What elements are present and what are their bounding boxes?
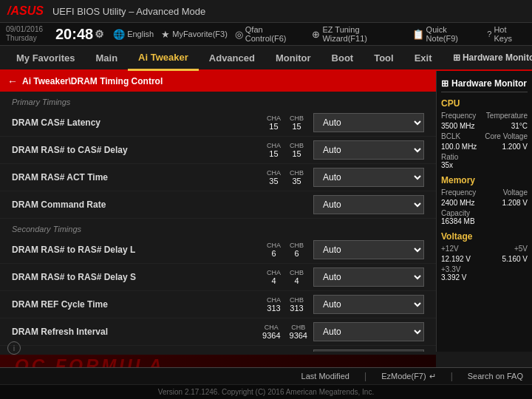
dram-ras-ras-l-row: DRAM RAS# to RAS# Delay L CHA6 CHB6 Auto xyxy=(0,236,436,264)
nav-advanced[interactable]: Advanced xyxy=(199,47,265,69)
hw-cpu-freq-val-row: 3500 MHz 31°C xyxy=(441,122,528,130)
dram-ras-ras-s-label: DRAM RAS# to RAS# Delay S xyxy=(12,272,263,282)
hw-mem-volt-value: 1.208 V xyxy=(502,199,528,207)
ez-mode-icon: ↵ xyxy=(429,372,436,381)
hw-volt-33-value: 3.392 V xyxy=(441,273,528,282)
hw-cpu-ratio-label: Ratio xyxy=(441,153,528,161)
dram-cas-latency-row: DRAM CAS# Latency CHA15 CHB15 Auto xyxy=(0,109,436,137)
dram-refresh-interval-channels: CHA9364 CHB9364 xyxy=(262,324,307,340)
hw-volt-12-row: +12V +5V xyxy=(441,245,528,253)
nav-exit[interactable]: Exit xyxy=(404,47,443,69)
dram-write-recovery-control[interactable]: Auto xyxy=(313,349,424,352)
dram-ref-cycle-channels: CHA313 CHB313 xyxy=(263,296,307,313)
note-icon: 📋 xyxy=(412,29,424,40)
header-title: UEFI BIOS Utility – Advanced Mode xyxy=(52,6,205,17)
dram-cmd-rate-label: DRAM Command Rate xyxy=(12,200,263,210)
tune-icon: ⊕ xyxy=(312,29,320,40)
toolbar: 09/01/2016 Thursday 20:48 ⚙ 🌐 English ★ … xyxy=(0,23,532,46)
dram-ras-ras-s-row: DRAM RAS# to RAS# Delay S CHA4 CHB4 Auto xyxy=(0,264,436,291)
hw-cpu-freq-label: Frequency xyxy=(441,112,476,120)
last-modified-button[interactable]: Last Modified xyxy=(301,372,349,381)
hw-volt-12-val-row: 12.192 V 5.160 V xyxy=(441,255,528,263)
hw-volt-12-label: +12V xyxy=(441,245,459,253)
dram-cas-control[interactable]: Auto xyxy=(313,113,424,132)
monitor-icon: ⊞ xyxy=(441,78,449,89)
dram-ras-cas-label: DRAM RAS# to CAS# Delay xyxy=(12,145,263,155)
back-arrow[interactable]: ← xyxy=(7,75,18,87)
hw-cpu-temp-value: 31°C xyxy=(511,122,528,130)
footer-divider-1: | xyxy=(364,371,366,381)
dram-ras-ras-l-control[interactable]: Auto xyxy=(313,240,424,259)
hw-cpu-section: CPU xyxy=(441,98,528,109)
dram-ras-act-row: DRAM RAS# ACT Time CHA35 CHB35 Auto xyxy=(0,164,436,191)
info-icon[interactable]: i xyxy=(7,341,21,355)
dram-cmd-rate-control[interactable]: Auto xyxy=(313,195,424,214)
ez-mode-button[interactable]: EzMode(F7) ↵ xyxy=(381,372,436,381)
dram-cas-channels: CHA15 CHB15 xyxy=(263,115,307,131)
hw-mem-cap-value: 16384 MB xyxy=(441,217,528,225)
hw-cpu-corev-label: Core Voltage xyxy=(485,132,528,140)
fan-icon: ◎ xyxy=(235,29,243,40)
hw-mem-cap-label: Capacity xyxy=(441,209,528,217)
main-content: ← Ai Tweaker\DRAM Timing Control Primary… xyxy=(0,71,532,352)
hw-cpu-bclk-val-row: 100.0 MHz 1.200 V xyxy=(441,143,528,151)
hw-cpu-bclk-value: 100.0 MHz xyxy=(441,143,477,151)
hw-mem-freq-value: 2400 MHz xyxy=(441,199,475,207)
language-selector[interactable]: 🌐 English xyxy=(113,29,154,40)
hw-cpu-ratio-value: 35x xyxy=(441,161,528,169)
hw-memory-section: Memory xyxy=(441,175,528,185)
footer-copyright: Version 2.17.1246. Copyright (C) 2016 Am… xyxy=(0,384,532,399)
nav-monitor[interactable]: Monitor xyxy=(265,47,321,69)
nav-main[interactable]: Main xyxy=(85,47,128,69)
hardware-monitor-panel: ⊞ Hardware Monitor CPU Frequency Tempera… xyxy=(436,71,532,352)
dram-cas-latency-label: DRAM CAS# Latency xyxy=(12,117,263,128)
dram-ras-cas-control[interactable]: Auto xyxy=(313,140,424,160)
hw-mem-volt-label: Voltage xyxy=(503,188,528,197)
hotkeys-button[interactable]: ? Hot Keys xyxy=(487,25,526,43)
dram-ras-act-control[interactable]: Auto xyxy=(313,168,424,187)
footer-bar: Last Modified | EzMode(F7) ↵ | Search on… xyxy=(0,367,532,384)
hw-monitor-title: ⊞ Hardware Monitor xyxy=(441,75,528,92)
hw-voltage-section: Voltage xyxy=(441,231,528,242)
dram-ras-ras-s-control[interactable]: Auto xyxy=(313,267,424,287)
dram-refresh-interval-label: DRAM Refresh Interval xyxy=(12,327,262,337)
hw-volt-33-label: +3.3V xyxy=(441,265,528,273)
dram-ras-ras-l-channels: CHA6 CHB6 xyxy=(263,242,307,258)
hw-mem-freq-label: Frequency xyxy=(441,188,476,197)
secondary-timings-header: Secondary Timings xyxy=(0,219,436,236)
nav-tool[interactable]: Tool xyxy=(364,47,403,69)
dram-refresh-interval-row: DRAM Refresh Interval CHA9364 CHB9364 Au… xyxy=(0,318,436,346)
footer: Last Modified | EzMode(F7) ↵ | Search on… xyxy=(0,367,532,399)
asus-logo: /ASUS xyxy=(7,4,44,18)
hw-cpu-temp-label: Temperature xyxy=(486,112,528,120)
primary-timings-header: Primary Timings xyxy=(0,92,436,109)
nav-boot[interactable]: Boot xyxy=(321,47,364,69)
quicknote-button[interactable]: 📋 Quick Note(F9) xyxy=(412,25,480,43)
dram-ref-cycle-control[interactable]: Auto xyxy=(313,295,424,314)
dram-ras-ras-l-label: DRAM RAS# to RAS# Delay L xyxy=(12,245,263,255)
dram-ras-act-label: DRAM RAS# ACT Time xyxy=(12,172,263,183)
toolbar-date: 09/01/2016 Thursday xyxy=(6,25,47,43)
dram-refresh-interval-control[interactable]: Auto xyxy=(313,322,424,341)
nav-hardware-monitor[interactable]: ⊞ Hardware Monitor xyxy=(443,47,532,69)
qfan-button[interactable]: ◎ Qfan Control(F6) xyxy=(235,25,305,43)
toolbar-time: 20:48 ⚙ xyxy=(55,26,104,43)
hw-cpu-bclk-row: BCLK Core Voltage xyxy=(441,132,528,140)
toolbar-items: 🌐 English ★ MyFavorite(F3) ◎ Qfan Contro… xyxy=(113,25,526,43)
footer-divider-2: | xyxy=(451,371,453,381)
nav-ai-tweaker[interactable]: Ai Tweaker xyxy=(128,46,199,71)
language-icon: 🌐 xyxy=(113,29,125,40)
search-faq-button[interactable]: Search on FAQ xyxy=(468,372,523,381)
hw-mem-freq-row: Frequency Voltage xyxy=(441,188,528,197)
star-icon: ★ xyxy=(161,29,170,40)
hw-volt-12-value: 12.192 V xyxy=(441,255,471,263)
eztuning-button[interactable]: ⊕ EZ Tuning Wizard(F11) xyxy=(312,25,404,43)
dram-write-recovery-row: DRAM WRITE Recovery Time Auto xyxy=(0,346,436,352)
gear-icon[interactable]: ⚙ xyxy=(95,28,104,40)
header: /ASUS UEFI BIOS Utility – Advanced Mode xyxy=(0,0,532,23)
myfavorite-button[interactable]: ★ MyFavorite(F3) xyxy=(161,29,228,40)
nav-menu: My Favorites Main Ai Tweaker Advanced Mo… xyxy=(0,46,532,71)
nav-my-favorites[interactable]: My Favorites xyxy=(6,47,85,69)
hw-cpu-bclk-label: BCLK xyxy=(441,132,460,140)
brand-text: /ASUS xyxy=(7,4,44,18)
